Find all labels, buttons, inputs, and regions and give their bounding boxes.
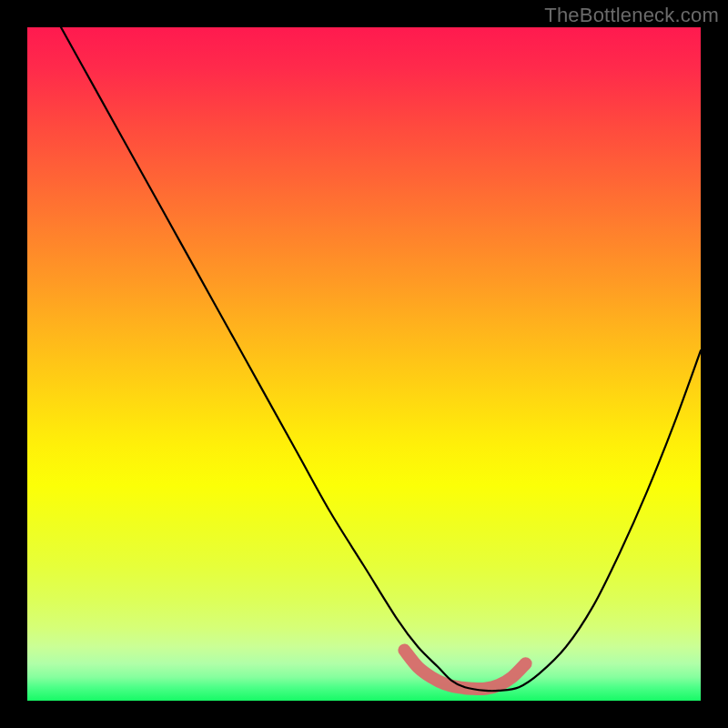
chart-frame: TheBottleneck.com [0, 0, 728, 728]
plot-area [27, 27, 701, 701]
gradient-background [27, 27, 701, 701]
plot-svg [27, 27, 701, 701]
watermark-text: TheBottleneck.com [544, 4, 719, 27]
